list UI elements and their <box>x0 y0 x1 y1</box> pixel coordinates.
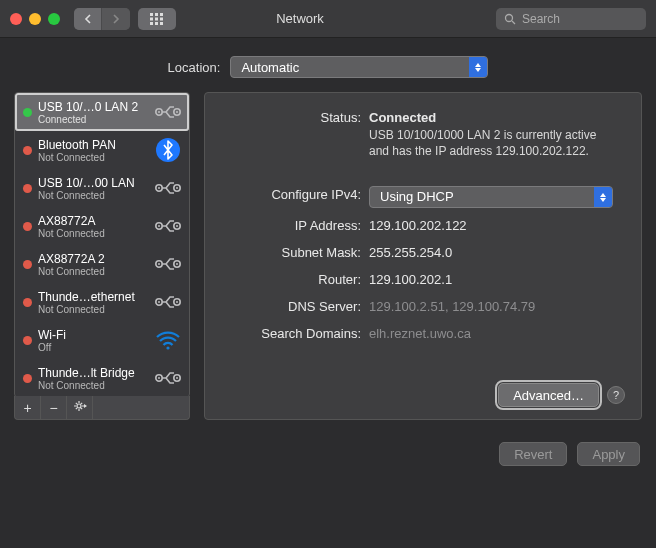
svg-point-27 <box>176 263 178 265</box>
interface-name: USB 10/…00 LAN <box>38 176 149 190</box>
footer: Revert Apply <box>0 432 656 466</box>
configure-value: Using DHCP <box>380 188 454 206</box>
status-dot-icon <box>23 374 32 383</box>
search-placeholder: Search <box>522 12 560 26</box>
svg-point-14 <box>176 111 178 113</box>
svg-line-10 <box>512 21 515 24</box>
svg-line-45 <box>80 403 81 404</box>
svg-point-37 <box>77 404 81 408</box>
sidebar-item[interactable]: USB 10/…00 LANNot Connected <box>15 169 189 207</box>
interface-name: Thunde…ethernet <box>38 290 149 304</box>
advanced-button[interactable]: Advanced… <box>498 383 599 407</box>
status-dot-icon <box>23 260 32 269</box>
search-icon <box>504 13 516 25</box>
status-dot-icon <box>23 184 32 193</box>
configure-ipv4-select[interactable]: Using DHCP <box>369 186 613 208</box>
location-row: Location: Automatic <box>0 38 656 92</box>
interface-name: AX88772A 2 <box>38 252 149 266</box>
status-label: Status: <box>217 109 369 159</box>
svg-point-19 <box>176 187 178 189</box>
svg-line-44 <box>75 408 76 409</box>
sidebar-wrap: USB 10/…0 LAN 2ConnectedBluetooth PANNot… <box>14 92 190 420</box>
interface-status: Connected <box>38 114 149 125</box>
minimize-icon[interactable] <box>29 13 41 25</box>
sidebar-item[interactable]: AX88772ANot Connected <box>15 207 189 245</box>
svg-point-22 <box>158 225 160 227</box>
ethernet-icon <box>155 251 181 277</box>
sidebar-item[interactable]: Thunde…lt BridgeNot Connected <box>15 359 189 397</box>
sidebar-actions: + − <box>14 396 190 420</box>
chevron-updown-icon <box>469 57 487 77</box>
subnet-label: Subnet Mask: <box>217 244 369 262</box>
detail-panel: Status: Connected USB 10/100/1000 LAN 2 … <box>204 92 642 420</box>
sidebar-item[interactable]: AX88772A 2Not Connected <box>15 245 189 283</box>
interface-status: Not Connected <box>38 190 149 201</box>
svg-point-23 <box>176 225 178 227</box>
svg-point-13 <box>158 111 160 113</box>
router-label: Router: <box>217 271 369 289</box>
status-value: Connected <box>369 109 625 127</box>
interface-status: Off <box>38 342 149 353</box>
action-menu-button[interactable] <box>67 396 93 419</box>
window-title: Network <box>104 11 496 26</box>
interface-name: USB 10/…0 LAN 2 <box>38 100 149 114</box>
dns-label: DNS Server: <box>217 298 369 316</box>
status-dot-icon <box>23 298 32 307</box>
interface-status: Not Connected <box>38 152 149 163</box>
zoom-icon[interactable] <box>48 13 60 25</box>
gear-icon <box>73 399 87 416</box>
svg-line-43 <box>80 408 81 409</box>
titlebar: Network Search <box>0 0 656 38</box>
ethernet-icon <box>155 365 181 391</box>
ethernet-icon <box>155 175 181 201</box>
help-button[interactable]: ? <box>607 386 625 404</box>
back-button[interactable] <box>74 8 102 30</box>
interface-name: Bluetooth PAN <box>38 138 149 152</box>
svg-point-31 <box>176 301 178 303</box>
interface-status: Not Connected <box>38 304 149 315</box>
status-description: USB 10/100/1000 LAN 2 is currently activ… <box>369 127 619 159</box>
interface-status: Not Connected <box>38 228 149 239</box>
chevron-updown-icon <box>594 187 612 207</box>
subnet-value: 255.255.254.0 <box>369 244 625 262</box>
search-input[interactable]: Search <box>496 8 646 30</box>
ip-value: 129.100.202.122 <box>369 217 625 235</box>
status-dot-icon <box>23 108 32 117</box>
revert-button[interactable]: Revert <box>499 442 567 466</box>
interface-sidebar: USB 10/…0 LAN 2ConnectedBluetooth PANNot… <box>14 92 190 398</box>
dns-value: 129.100.2.51, 129.100.74.79 <box>369 298 625 316</box>
svg-point-36 <box>176 377 178 379</box>
interface-name: Wi-Fi <box>38 328 149 342</box>
searchdomain-value: elh.reznet.uwo.ca <box>369 325 625 343</box>
add-interface-button[interactable]: + <box>15 396 41 419</box>
location-select[interactable]: Automatic <box>230 56 488 78</box>
ethernet-icon <box>155 289 181 315</box>
ethernet-icon <box>155 213 181 239</box>
bluetooth-icon <box>155 137 181 163</box>
sidebar-item[interactable]: Bluetooth PANNot Connected <box>15 131 189 169</box>
svg-point-26 <box>158 263 160 265</box>
router-value: 129.100.202.1 <box>369 271 625 289</box>
window-controls <box>10 13 60 25</box>
status-dot-icon <box>23 222 32 231</box>
svg-point-30 <box>158 301 160 303</box>
remove-interface-button[interactable]: − <box>41 396 67 419</box>
configure-label: Configure IPv4: <box>217 186 369 208</box>
location-value: Automatic <box>241 60 299 75</box>
status-dot-icon <box>23 336 32 345</box>
close-icon[interactable] <box>10 13 22 25</box>
searchdomain-label: Search Domains: <box>217 325 369 343</box>
sidebar-item[interactable]: Thunde…ethernetNot Connected <box>15 283 189 321</box>
interface-name: AX88772A <box>38 214 149 228</box>
svg-point-9 <box>506 14 513 21</box>
interface-status: Not Connected <box>38 266 149 277</box>
svg-point-32 <box>166 346 169 349</box>
wifi-icon <box>155 327 181 353</box>
svg-point-35 <box>158 377 160 379</box>
sidebar-item[interactable]: Wi-FiOff <box>15 321 189 359</box>
ip-label: IP Address: <box>217 217 369 235</box>
ethernet-icon <box>155 99 181 125</box>
interface-status: Not Connected <box>38 380 149 391</box>
sidebar-item[interactable]: USB 10/…0 LAN 2Connected <box>15 93 189 131</box>
apply-button[interactable]: Apply <box>577 442 640 466</box>
